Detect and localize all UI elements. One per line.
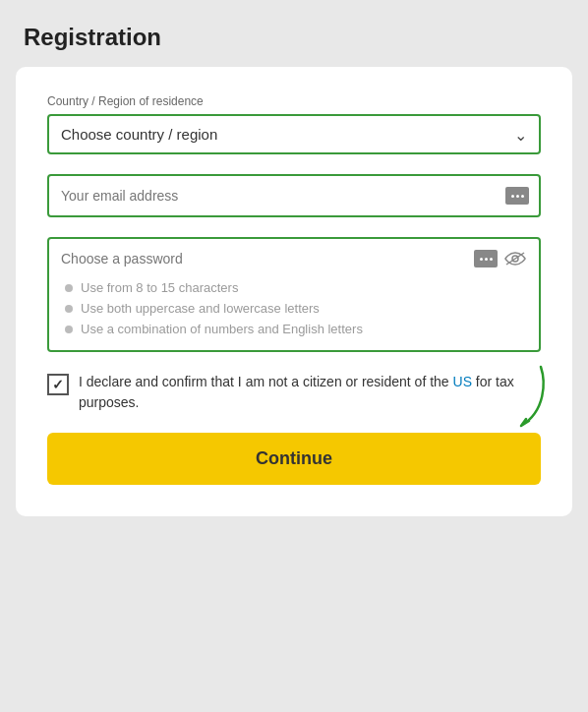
checkbox-row: ✓ I declare and confirm that I am not a … xyxy=(47,372,541,413)
hint-item-1: Use from 8 to 15 characters xyxy=(65,280,527,295)
hint-item-3: Use a combination of numbers and English… xyxy=(65,322,527,336)
email-input[interactable] xyxy=(49,176,539,215)
hint-item-2: Use both uppercase and lowercase letters xyxy=(65,301,527,316)
checkbox-label-highlight: US xyxy=(453,374,472,389)
checkbox[interactable]: ✓ xyxy=(47,374,69,395)
email-input-wrapper xyxy=(47,174,541,217)
country-label: Country / Region of residence xyxy=(47,94,541,108)
password-hints: Use from 8 to 15 characters Use both upp… xyxy=(61,280,527,336)
password-dots-icon xyxy=(474,250,498,267)
email-icon xyxy=(505,187,529,205)
hint-text-3: Use a combination of numbers and English… xyxy=(81,322,363,336)
country-field-group: Country / Region of residence Choose cou… xyxy=(47,94,541,154)
eye-icon[interactable] xyxy=(503,250,527,267)
page-title: Registration xyxy=(0,0,588,67)
password-input[interactable] xyxy=(61,249,474,268)
hint-bullet-3 xyxy=(65,326,73,333)
hint-bullet-1 xyxy=(65,284,73,292)
email-field-group xyxy=(47,174,541,217)
checkbox-checkmark: ✓ xyxy=(52,377,64,392)
country-select-wrapper: Choose country / region United States Un… xyxy=(47,114,541,154)
password-field-group: Use from 8 to 15 characters Use both upp… xyxy=(47,237,541,352)
hint-bullet-2 xyxy=(65,305,73,313)
hint-text-2: Use both uppercase and lowercase letters xyxy=(81,301,320,316)
password-wrapper: Use from 8 to 15 characters Use both upp… xyxy=(47,237,541,352)
continue-button[interactable]: Continue xyxy=(47,433,541,485)
registration-card: Country / Region of residence Choose cou… xyxy=(16,67,572,516)
checkbox-label-before: I declare and confirm that I am not a ci… xyxy=(79,374,453,389)
arrow-annotation xyxy=(472,362,551,441)
hint-text-1: Use from 8 to 15 characters xyxy=(81,280,238,295)
country-select[interactable]: Choose country / region United States Un… xyxy=(49,116,539,152)
